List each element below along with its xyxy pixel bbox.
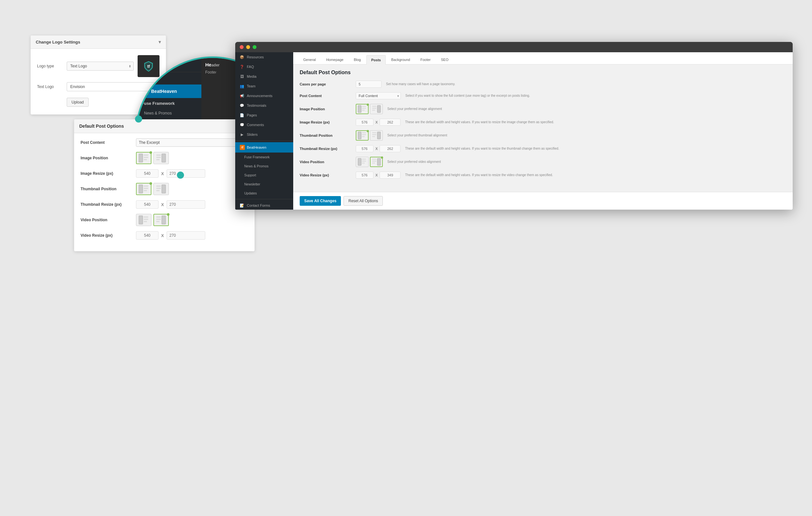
tab-posts[interactable]: Posts (366, 55, 386, 64)
svg-rect-14 (156, 159, 160, 160)
sidebar-item-media[interactable]: 🖼 Media (235, 72, 293, 81)
thumbnail-position-label-browser: Thumbnail Position (300, 134, 351, 137)
svg-rect-34 (362, 108, 366, 109)
video-pos-left-browser[interactable] (356, 157, 369, 167)
video-pos-btn-right[interactable] (153, 214, 169, 226)
tab-seo[interactable]: SEO (436, 55, 453, 64)
browser-minimize-dot[interactable] (246, 45, 250, 49)
image-resize-h-input[interactable]: 270 (167, 169, 205, 178)
sidebar-item-updates[interactable]: Updates (235, 189, 293, 198)
browser-titlebar (235, 42, 793, 52)
post-content-row: Post Content Full Content The Excerpt Se… (300, 92, 786, 99)
post-content-select-wrap-browser: Full Content The Excerpt (356, 92, 401, 99)
thumbnail-resize-h-input[interactable]: 270 (167, 200, 205, 209)
settings-footer-buttons: Save All Changes Reset All Options (293, 192, 793, 210)
thumbnail-resize-w-browser[interactable]: 576 (356, 145, 373, 152)
post-content-label-browser: Post Content (300, 94, 351, 98)
video-pos-btn-left[interactable] (136, 214, 151, 226)
pages-icon: 📄 (240, 113, 244, 117)
image-pos-left-browser[interactable] (356, 104, 369, 114)
section-title: Default Post Options (300, 70, 786, 76)
wp-admin-sidebar: 📦 Resources ❓ FAQ 🖼 Media 👥 Team 📢 Annou… (235, 52, 293, 210)
image-pos-right-browser[interactable] (370, 104, 383, 114)
thumbnail-pos-left-browser[interactable] (356, 130, 369, 141)
save-all-changes-button[interactable]: Save All Changes (300, 196, 341, 206)
post-content-select[interactable]: The Excerpt Full Content (136, 138, 248, 147)
post-options-float-title: Default Post Options (79, 124, 124, 129)
thumbnail-pos-right-browser[interactable] (370, 130, 383, 141)
logo-panel-header: Change Logo Settings ▾ (31, 35, 166, 49)
image-pos-btn-right[interactable] (153, 152, 169, 164)
image-resize-h-browser[interactable]: 262 (380, 119, 401, 126)
video-pos-right-browser[interactable] (370, 157, 383, 167)
video-resize-w-browser[interactable]: 576 (356, 171, 373, 179)
video-resize-h-browser[interactable]: 349 (380, 171, 401, 179)
video-resize-sep: X (161, 233, 164, 238)
svg-rect-17 (144, 185, 148, 187)
logo-type-select[interactable]: Text Logo Image Logo No Logo (67, 62, 134, 71)
browser-close-dot[interactable] (240, 45, 243, 49)
thumbnail-position-row-browser: Thumbnail Position (300, 130, 786, 141)
sidebar-item-newsletter[interactable]: Newsletter (235, 180, 293, 189)
logo-thumbnail: tf (138, 55, 160, 77)
sidebar-item-team[interactable]: 👥 Team (235, 81, 293, 91)
svg-rect-25 (144, 216, 148, 218)
video-resize-w-input[interactable]: 540 (136, 231, 158, 240)
sidebar-item-news-promos[interactable]: News & Promos (235, 162, 293, 171)
svg-rect-52 (372, 159, 376, 160)
thumbnail-resize-h-browser[interactable]: 262 (380, 145, 401, 152)
browser-maximize-dot[interactable] (253, 45, 257, 49)
cases-per-page-input[interactable]: 5 (356, 81, 381, 88)
image-pos-btn-left[interactable] (136, 152, 151, 164)
thumbnail-pos-btn-right[interactable] (153, 183, 169, 195)
video-position-desc: Select your preferred video alignment (387, 160, 786, 164)
thumbnail-pos-btn-left[interactable] (136, 183, 151, 195)
svg-rect-36 (372, 106, 376, 107)
tab-blog[interactable]: Blog (349, 55, 366, 64)
tab-footer[interactable]: Footer (416, 55, 436, 64)
sidebar-item-fuse-framework[interactable]: Fuse Framework (235, 153, 293, 162)
post-content-select-browser[interactable]: Full Content The Excerpt (356, 92, 401, 99)
image-resize-row-browser: Image Resize (px) 576 X 262 These are th… (300, 119, 786, 126)
thumbnail-position-desc: Select your preferred thumbnail alignmen… (387, 133, 786, 138)
image-position-desc: Select your preferred image alignment (387, 107, 786, 111)
sidebar-item-announcements[interactable]: 📢 Announcements (235, 91, 293, 101)
upload-button[interactable]: Upload (67, 98, 89, 107)
sidebar-item-fuse-label: Fuse Framework (244, 155, 270, 159)
sidebar-item-resources[interactable]: 📦 Resources (235, 52, 293, 62)
faq-icon: ❓ (240, 64, 244, 69)
sidebar-item-pages[interactable]: 📄 Pages (235, 110, 293, 120)
sidebar-item-support[interactable]: Support (235, 171, 293, 180)
text-logo-label: Text Logo (37, 84, 63, 89)
svg-rect-51 (362, 163, 365, 164)
video-resize-h-input[interactable]: 270 (167, 231, 205, 240)
svg-rect-18 (144, 188, 148, 189)
media-icon: 🖼 (240, 74, 244, 79)
sidebar-item-faq[interactable]: ❓ FAQ (235, 62, 293, 72)
svg-rect-16 (139, 185, 143, 193)
post-options-float-header: Default Post Options (74, 119, 255, 133)
video-resize-row: 540 X 270 (136, 231, 205, 240)
text-logo-input[interactable]: Envision (67, 82, 160, 91)
sidebar-item-testimonials[interactable]: 💬 Testimonials (235, 101, 293, 110)
svg-rect-48 (358, 158, 361, 165)
sidebar-item-contact-forms[interactable]: 📝 Contact Forms (235, 200, 293, 210)
wp-main-content: General Homepage Blog Posts Background F… (293, 52, 793, 210)
svg-rect-43 (362, 136, 365, 137)
svg-rect-42 (362, 134, 366, 135)
tab-general[interactable]: General (298, 55, 321, 64)
tab-homepage[interactable]: Homepage (321, 55, 348, 64)
image-resize-w-browser[interactable]: 576 (356, 119, 373, 126)
svg-rect-37 (372, 108, 376, 109)
video-resize-row-browser: Video Resize (px) 576 X 349 These are th… (300, 171, 786, 179)
thumbnail-resize-w-input[interactable]: 540 (136, 200, 158, 209)
settings-tabs: General Homepage Blog Posts Background F… (293, 52, 793, 64)
tab-background[interactable]: Background (386, 55, 415, 64)
zoom-news-promos-sub[interactable]: News & Promos (137, 109, 201, 118)
sidebar-item-comments[interactable]: 💭 Comments (235, 120, 293, 130)
sidebar-item-sliders[interactable]: ▶ Sliders (235, 130, 293, 139)
reset-all-options-button[interactable]: Reset All Options (344, 196, 383, 206)
sidebar-item-beatheaven[interactable]: tf BeatHeaven (235, 142, 293, 153)
image-resize-w-input[interactable]: 540 (136, 169, 158, 178)
zoom-fuse-framework[interactable]: Fuse Framework (137, 98, 201, 109)
